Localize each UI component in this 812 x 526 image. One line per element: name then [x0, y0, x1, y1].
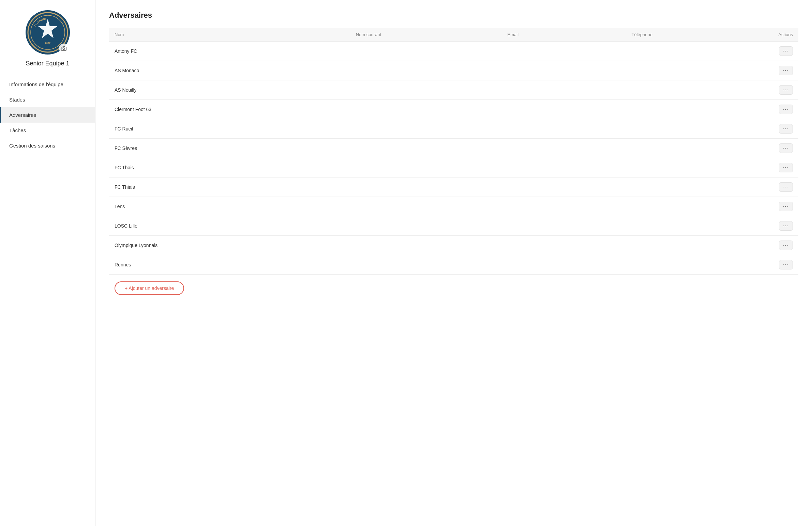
table-row: FC Thiais··· — [109, 178, 798, 197]
cell-nom: Rennes — [109, 255, 350, 274]
add-adversaire-row: + Ajouter un adversaire — [109, 281, 798, 295]
cell-nom-courant — [350, 119, 502, 139]
cell-actions: ··· — [729, 100, 798, 119]
cell-nom: FC Rueil — [109, 119, 350, 139]
cell-nom-courant — [350, 236, 502, 255]
col-header-email: Email — [502, 28, 626, 42]
svg-text:2007: 2007 — [45, 42, 50, 44]
actions-dots-button[interactable]: ··· — [779, 46, 793, 56]
cell-nom: Clermont Foot 63 — [109, 100, 350, 119]
cell-telephone — [626, 42, 729, 61]
cell-telephone — [626, 158, 729, 178]
cell-actions: ··· — [729, 139, 798, 158]
cell-email — [502, 158, 626, 178]
table-header: Nom Nom courant Email Téléphone Actions — [109, 28, 798, 42]
table-row: Antony FC··· — [109, 42, 798, 61]
cell-nom-courant — [350, 197, 502, 216]
cell-actions: ··· — [729, 236, 798, 255]
cell-telephone — [626, 100, 729, 119]
actions-dots-button[interactable]: ··· — [779, 105, 793, 114]
table-row: FC Thais··· — [109, 158, 798, 178]
cell-actions: ··· — [729, 42, 798, 61]
cell-actions: ··· — [729, 216, 798, 236]
cell-telephone — [626, 61, 729, 80]
col-header-telephone: Téléphone — [626, 28, 729, 42]
cell-nom-courant — [350, 61, 502, 80]
cell-telephone — [626, 178, 729, 197]
cell-actions: ··· — [729, 119, 798, 139]
cell-telephone — [626, 139, 729, 158]
cell-nom-courant — [350, 100, 502, 119]
sidebar-item-adversaires[interactable]: Adversaires — [0, 107, 95, 123]
actions-dots-button[interactable]: ··· — [779, 66, 793, 75]
cell-email — [502, 139, 626, 158]
cell-email — [502, 255, 626, 274]
cell-nom: Olympique Lyonnais — [109, 236, 350, 255]
cell-email — [502, 216, 626, 236]
svg-point-5 — [63, 48, 64, 49]
cell-email — [502, 100, 626, 119]
nav-list: Informations de l'équipe Stades Adversai… — [0, 77, 95, 153]
cell-telephone — [626, 216, 729, 236]
cell-email — [502, 236, 626, 255]
actions-dots-button[interactable]: ··· — [779, 163, 793, 172]
cell-nom-courant — [350, 216, 502, 236]
table-row: Lens··· — [109, 197, 798, 216]
cell-nom-courant — [350, 80, 502, 100]
actions-dots-button[interactable]: ··· — [779, 124, 793, 134]
sidebar: OLYMPIENS 2007 Senior Equipe 1 Informati… — [0, 0, 96, 526]
cell-nom: FC Thiais — [109, 178, 350, 197]
actions-dots-button[interactable]: ··· — [779, 144, 793, 153]
cell-nom-courant — [350, 178, 502, 197]
cell-telephone — [626, 119, 729, 139]
sidebar-item-gestion-saisons[interactable]: Gestion des saisons — [0, 138, 95, 153]
cell-telephone — [626, 80, 729, 100]
table-row: Olympique Lyonnais··· — [109, 236, 798, 255]
table-body: Antony FC···AS Monaco···AS Neuilly···Cle… — [109, 42, 798, 274]
table-row: FC Sèvres··· — [109, 139, 798, 158]
cell-actions: ··· — [729, 61, 798, 80]
cell-nom-courant — [350, 158, 502, 178]
team-logo-wrapper: OLYMPIENS 2007 — [26, 10, 70, 55]
cell-actions: ··· — [729, 255, 798, 274]
cell-email — [502, 80, 626, 100]
cell-nom-courant — [350, 255, 502, 274]
sidebar-item-taches[interactable]: Tâches — [0, 123, 95, 138]
camera-icon[interactable] — [59, 44, 69, 53]
cell-nom: AS Monaco — [109, 61, 350, 80]
adversaires-table: Nom Nom courant Email Téléphone Actions … — [109, 28, 798, 274]
actions-dots-button[interactable]: ··· — [779, 182, 793, 192]
cell-actions: ··· — [729, 197, 798, 216]
actions-dots-button[interactable]: ··· — [779, 260, 793, 269]
actions-dots-button[interactable]: ··· — [779, 241, 793, 250]
col-header-nom: Nom — [109, 28, 350, 42]
cell-email — [502, 119, 626, 139]
cell-nom: FC Thais — [109, 158, 350, 178]
cell-email — [502, 42, 626, 61]
col-header-actions: Actions — [729, 28, 798, 42]
actions-dots-button[interactable]: ··· — [779, 221, 793, 231]
cell-nom-courant — [350, 42, 502, 61]
actions-dots-button[interactable]: ··· — [779, 202, 793, 211]
main-content: Adversaires Nom Nom courant Email Téléph… — [96, 0, 812, 526]
cell-nom-courant — [350, 139, 502, 158]
cell-actions: ··· — [729, 158, 798, 178]
cell-email — [502, 61, 626, 80]
table-row: Rennes··· — [109, 255, 798, 274]
cell-nom: LOSC Lille — [109, 216, 350, 236]
table-row: LOSC Lille··· — [109, 216, 798, 236]
table-row: FC Rueil··· — [109, 119, 798, 139]
actions-dots-button[interactable]: ··· — [779, 85, 793, 95]
sidebar-item-informations[interactable]: Informations de l'équipe — [0, 77, 95, 92]
cell-actions: ··· — [729, 178, 798, 197]
cell-telephone — [626, 236, 729, 255]
cell-nom: FC Sèvres — [109, 139, 350, 158]
cell-nom: Lens — [109, 197, 350, 216]
cell-nom: AS Neuilly — [109, 80, 350, 100]
col-header-nom-courant: Nom courant — [350, 28, 502, 42]
cell-actions: ··· — [729, 80, 798, 100]
table-row: AS Monaco··· — [109, 61, 798, 80]
sidebar-item-stades[interactable]: Stades — [0, 92, 95, 107]
add-adversaire-button[interactable]: + Ajouter un adversaire — [115, 281, 184, 295]
cell-email — [502, 178, 626, 197]
